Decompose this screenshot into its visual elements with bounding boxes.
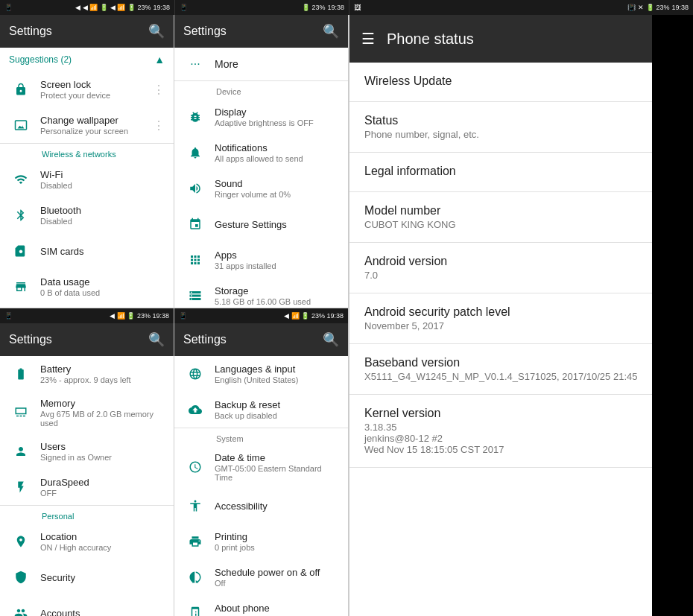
data-subtitle: 0 B of data used xyxy=(40,288,165,297)
location-text: Location ON / High accuracy xyxy=(33,531,165,552)
sound-subtitle: Ringer volume at 0% xyxy=(215,190,339,199)
storage-icon xyxy=(183,284,207,308)
search-icon-2[interactable]: 🔍 xyxy=(323,23,339,39)
more-item[interactable]: ··· More xyxy=(174,48,348,80)
memory-title: Memory xyxy=(40,398,165,409)
printing-item[interactable]: Printing 0 print jobs xyxy=(174,524,348,559)
search-icon-4[interactable]: 🔍 xyxy=(323,331,339,348)
storage-subtitle: 5.18 GB of 16.00 GB used xyxy=(215,297,339,306)
languages-item[interactable]: Languages & input English (United States… xyxy=(174,356,348,392)
status-right-2: 🔋 23% 19:38 xyxy=(302,4,344,11)
memory-item[interactable]: Memory Avg 675 MB of 2.0 GB memory used xyxy=(0,392,174,434)
users-text: Users Signed in as Owner xyxy=(33,441,165,462)
location-item[interactable]: Location ON / High accuracy xyxy=(0,524,174,559)
lock-icon xyxy=(9,77,33,101)
gesture-text: Gesture Settings xyxy=(207,219,339,230)
accounts-item[interactable]: Accounts xyxy=(0,595,174,616)
wallpaper-more[interactable]: ⋮ xyxy=(153,118,165,133)
sim-item[interactable]: SIM cards xyxy=(0,233,174,269)
wallpaper-subtitle: Personalize your screen xyxy=(40,127,153,136)
data-title: Data usage xyxy=(40,276,165,288)
security-patch-subtitle: November 5, 2017 xyxy=(364,320,637,331)
sound-text: Sound Ringer volume at 0% xyxy=(207,178,339,199)
screen-lock-more[interactable]: ⋮ xyxy=(153,83,165,97)
legal-row[interactable]: Legal information xyxy=(349,153,652,192)
p4-left: 📱 xyxy=(179,312,187,320)
model-row: Model number CUBOT KING KONG xyxy=(349,192,652,243)
wifi-text: Wi-Fi Disabled xyxy=(33,169,165,190)
p3-right: ◀ 📶 🔋 23% 19:38 xyxy=(110,312,169,320)
security-patch-row: Android security patch level November 5,… xyxy=(349,293,652,344)
wifi-item[interactable]: Wi-Fi Disabled xyxy=(0,162,174,197)
printing-text: Printing 0 print jobs xyxy=(207,531,339,552)
security-item[interactable]: Security xyxy=(0,559,174,595)
wireless-update-title: Wireless Update xyxy=(364,74,637,88)
panel2-header: Settings 🔍 xyxy=(174,15,348,48)
memory-icon xyxy=(9,401,33,425)
bluetooth-item[interactable]: Bluetooth Disabled xyxy=(0,197,174,233)
apps-icon xyxy=(183,248,207,272)
accounts-text: Accounts xyxy=(33,608,165,617)
screen-lock-item[interactable]: Screen lock Protect your device ⋮ xyxy=(0,72,174,107)
storage-title: Storage xyxy=(215,285,339,296)
apps-text: Apps 31 apps installed xyxy=(207,250,339,270)
duraspeed-item[interactable]: DuraSpeed OFF xyxy=(0,469,174,505)
gesture-item[interactable]: Gesture Settings xyxy=(174,206,348,242)
battery-item[interactable]: Battery 23% - approx. 9 days left xyxy=(0,356,174,392)
schedule-subtitle: Off xyxy=(215,579,339,588)
status-left-2: 📱 xyxy=(180,4,188,11)
printing-subtitle: 0 print jobs xyxy=(215,543,339,552)
battery-phone: 🔋 23% xyxy=(646,4,670,11)
status-row-subtitle: Phone number, signal, etc. xyxy=(364,129,637,140)
security-patch-title: Android security patch level xyxy=(364,305,637,319)
data-item[interactable]: Data usage 0 B of data used xyxy=(0,269,174,305)
sound-item[interactable]: Sound Ringer volume at 0% xyxy=(174,171,348,206)
backup-item[interactable]: Backup & reset Back up disabled xyxy=(174,392,348,428)
time: 19:38 xyxy=(153,4,170,11)
sim-text: SIM cards xyxy=(33,246,165,257)
status-row[interactable]: Status Phone number, signal, etc. xyxy=(349,102,652,153)
panel1-title: Settings xyxy=(9,25,141,38)
panel3-content: Battery 23% - approx. 9 days left Memory… xyxy=(0,356,174,616)
wallpaper-title: Change wallpaper xyxy=(40,115,153,126)
dura-title: DuraSpeed xyxy=(40,477,165,488)
wallpaper-item[interactable]: Change wallpaper Personalize your screen… xyxy=(0,107,174,143)
apps-subtitle: 31 apps installed xyxy=(215,261,339,270)
schedule-item[interactable]: Schedule power on & off Off xyxy=(174,559,348,595)
datetime-item[interactable]: Date & time GMT-05:00 Eastern Standard T… xyxy=(174,446,348,488)
phone-status-title: Phone status xyxy=(387,31,474,48)
search-icon-1[interactable]: 🔍 xyxy=(148,23,165,39)
data-text: Data usage 0 B of data used xyxy=(33,276,165,297)
status-bar-panel1: 📱 ◀ ◀ 📶 🔋 ◀ 📶 🔋 23% 19:38 xyxy=(0,0,174,15)
battery-text: Battery 23% - approx. 9 days left xyxy=(33,363,165,384)
suggestions-arrow: ▲ xyxy=(154,54,165,66)
accounts-title: Accounts xyxy=(40,608,165,617)
languages-icon xyxy=(183,362,207,386)
wifi-title: Wi-Fi xyxy=(40,169,165,180)
accounts-icon xyxy=(9,601,33,616)
search-icon-3[interactable]: 🔍 xyxy=(148,331,165,348)
display-item[interactable]: Display Adaptive brightness is OFF xyxy=(174,99,348,135)
apps-item[interactable]: Apps 31 apps installed xyxy=(174,242,348,278)
model-subtitle: CUBOT KING KONG xyxy=(364,219,637,230)
menu-icon[interactable]: ☰ xyxy=(361,30,375,48)
location-subtitle: ON / High accuracy xyxy=(40,543,165,552)
battery-subtitle: 23% - approx. 9 days left xyxy=(40,375,165,384)
users-item[interactable]: Users Signed in as Owner xyxy=(0,434,174,469)
notifications-item[interactable]: Notifications All apps allowed to send xyxy=(174,135,348,171)
status-right-phone: 📳 ✕ 🔋 23% 19:38 xyxy=(627,4,689,11)
device-section: Device xyxy=(174,81,348,99)
notif-subtitle: All apps allowed to send xyxy=(215,154,339,163)
wifi-icon xyxy=(9,168,33,191)
notifications-icon xyxy=(183,141,207,165)
datetime-icon xyxy=(183,455,207,479)
bluetooth-subtitle: Disabled xyxy=(40,217,165,226)
wireless-update-row[interactable]: Wireless Update xyxy=(349,63,652,102)
storage-item[interactable]: Storage 5.18 GB of 16.00 GB used xyxy=(174,278,348,308)
about-item[interactable]: About phone Android 7.0 xyxy=(174,595,348,616)
panel4-title: Settings xyxy=(183,333,315,346)
status-bar-panel4: 📱 ◀ 📶 🔋 23% 19:38 xyxy=(174,308,348,323)
panel3-header: Settings 🔍 xyxy=(0,323,174,356)
accessibility-item[interactable]: Accessibility xyxy=(174,488,348,524)
datetime-title: Date & time xyxy=(215,452,339,463)
